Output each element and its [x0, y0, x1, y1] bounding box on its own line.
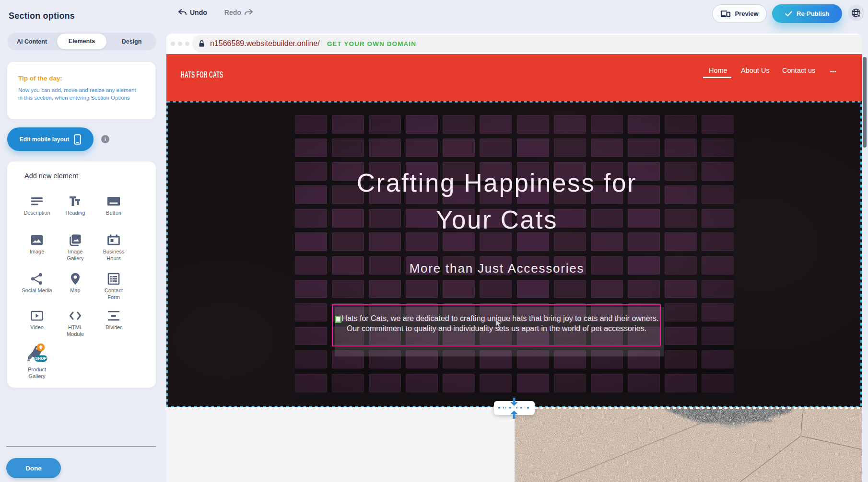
svg-text:SHOP: SHOP	[35, 356, 47, 361]
